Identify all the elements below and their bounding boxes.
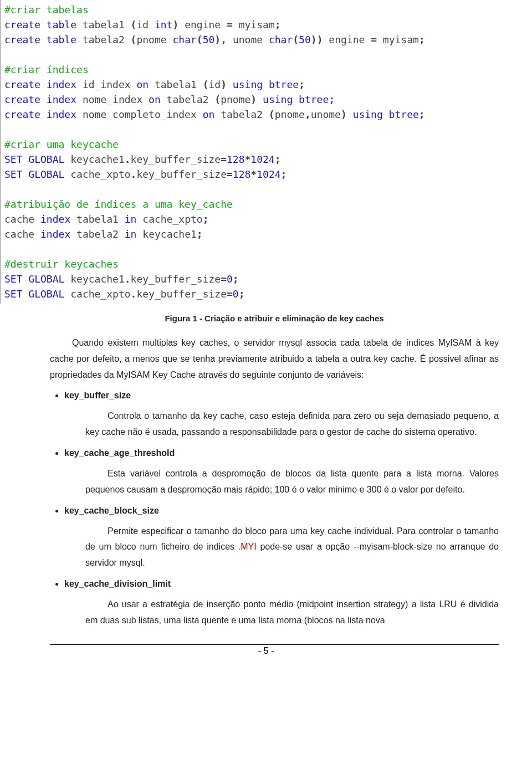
code-comment: #criar uma keycache xyxy=(4,139,119,150)
list-item: key_cache_division_limit Ao usar a estra… xyxy=(64,579,499,629)
document-body: Figura 1 - Criação e atribuir e eliminaç… xyxy=(0,314,532,629)
list-item: key_cache_age_threshold Esta variável co… xyxy=(64,448,499,498)
file-extension: .MYI xyxy=(238,542,257,551)
code-comment: #criar tabelas xyxy=(4,4,89,16)
code-comment: #atribuição de índices a uma key_cache xyxy=(4,198,233,210)
variable-list: key_buffer_size Controla o tamanho da ke… xyxy=(50,391,499,628)
paragraph: Quando existem multiplas key caches, o s… xyxy=(50,335,499,383)
var-desc: Controla o tamanho da key cache, caso es… xyxy=(85,408,499,440)
list-item: key_buffer_size Controla o tamanho da ke… xyxy=(64,391,499,440)
figure-caption: Figura 1 - Criação e atribuir e eliminaç… xyxy=(50,314,499,323)
var-desc: Ao usar a estratégia de inserção ponto m… xyxy=(85,597,499,629)
var-name: key_cache_age_threshold xyxy=(64,448,175,458)
var-name: key_cache_block_size xyxy=(64,506,159,515)
list-item: key_cache_block_size Permite especificar… xyxy=(64,506,499,571)
var-desc: Esta variável controla a despromoção de … xyxy=(85,466,499,498)
page-number: - 5 - xyxy=(0,645,532,656)
code-block: #criar tabelas create table tabela1 (id … xyxy=(0,0,532,304)
var-desc: Permite especificar o tamanho do bloco p… xyxy=(85,524,499,571)
code-comment: #criar índices xyxy=(4,64,89,75)
code-comment: #destruir keycaches xyxy=(4,258,119,270)
var-name: key_cache_division_limit xyxy=(64,579,171,588)
var-name: key_buffer_size xyxy=(64,391,131,400)
